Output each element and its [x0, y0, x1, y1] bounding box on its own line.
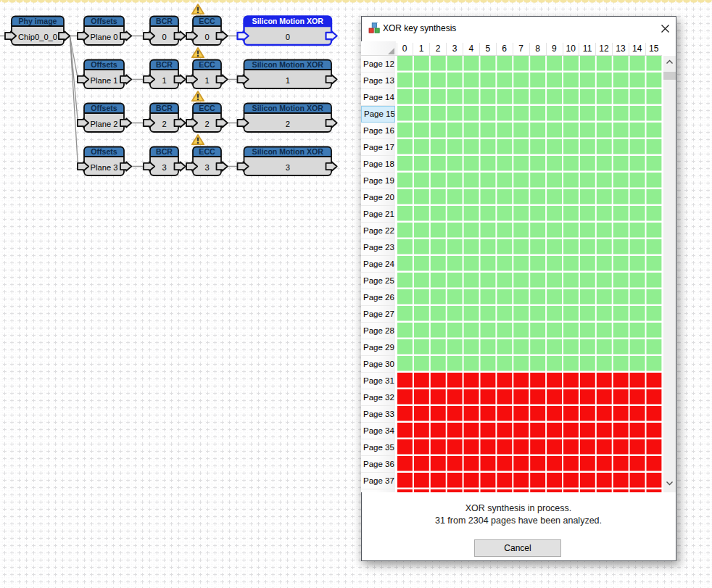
svg-text:BCR: BCR [156, 60, 173, 69]
svg-text:Plane 3: Plane 3 [91, 163, 118, 172]
svg-text:BCR: BCR [156, 104, 173, 112]
svg-text:Plane 0: Plane 0 [91, 33, 118, 41]
svg-text:BCR: BCR [156, 147, 173, 156]
svg-text:2: 2 [162, 120, 166, 128]
svg-text:0: 0 [286, 33, 290, 41]
svg-text:ECC: ECC [199, 60, 215, 69]
svg-text:ECC: ECC [199, 104, 215, 112]
svg-text:Plane 2: Plane 2 [91, 120, 118, 128]
svg-text:3: 3 [286, 163, 290, 172]
svg-text:Silicon Motion XOR: Silicon Motion XOR [252, 147, 324, 156]
svg-text:Silicon Motion XOR: Silicon Motion XOR [252, 60, 324, 69]
svg-text:Offsets: Offsets [91, 147, 117, 156]
svg-text:Plane 1: Plane 1 [91, 76, 118, 85]
svg-text:2: 2 [286, 120, 290, 128]
svg-text:2: 2 [204, 120, 209, 128]
svg-text:Offsets: Offsets [91, 60, 117, 69]
svg-text:0: 0 [204, 33, 209, 41]
svg-text:ECC: ECC [199, 17, 215, 25]
svg-text:1: 1 [162, 76, 166, 85]
svg-text:BCR: BCR [156, 17, 173, 25]
svg-text:Offsets: Offsets [91, 104, 117, 112]
svg-text:3: 3 [162, 163, 166, 172]
svg-text:1: 1 [286, 76, 290, 85]
svg-text:ECC: ECC [199, 147, 215, 156]
svg-text:Chip0_0_0: Chip0_0_0 [18, 33, 57, 41]
svg-text:1: 1 [204, 76, 209, 85]
svg-text:Silicon Motion XOR: Silicon Motion XOR [252, 104, 324, 112]
svg-text:Silicon Motion XOR: Silicon Motion XOR [252, 17, 324, 25]
svg-text:Offsets: Offsets [91, 17, 117, 25]
svg-text:3: 3 [204, 163, 209, 172]
svg-text:Phy image: Phy image [19, 17, 57, 25]
svg-text:0: 0 [162, 33, 166, 41]
